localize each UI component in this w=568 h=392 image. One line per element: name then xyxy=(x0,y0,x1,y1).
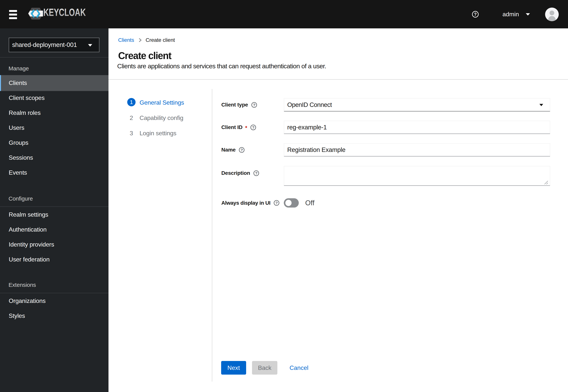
svg-text:?: ? xyxy=(255,171,258,175)
svg-text:?: ? xyxy=(241,148,243,152)
svg-text:?: ? xyxy=(276,201,278,205)
svg-text:?: ? xyxy=(474,12,477,17)
svg-text:?: ? xyxy=(253,102,255,107)
svg-text:?: ? xyxy=(252,125,255,129)
svg-text:KEYCLOAK: KEYCLOAK xyxy=(43,8,86,18)
